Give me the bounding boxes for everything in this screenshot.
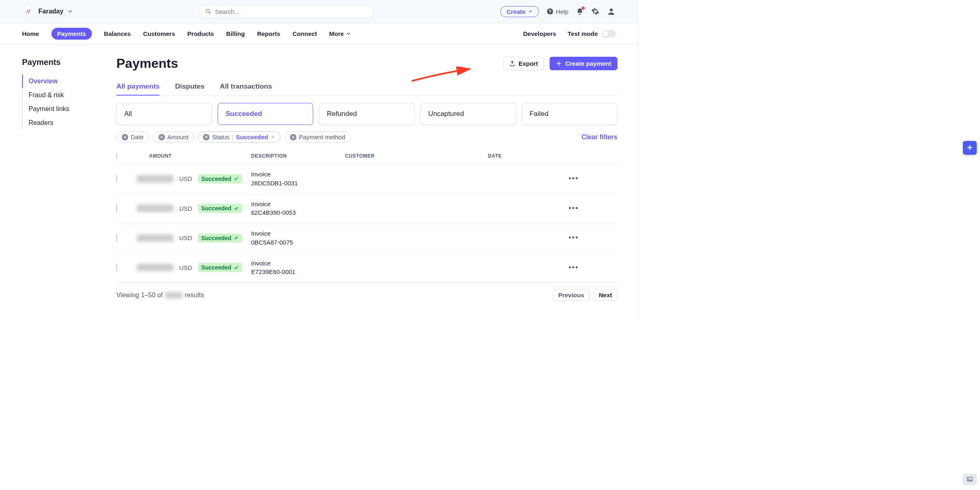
status-badge: Succeeded [198,174,242,183]
brand-logo-icon [22,5,34,18]
row-checkbox[interactable] [116,264,117,272]
filter-card-succeeded[interactable]: Succeeded [218,103,313,125]
nav-item-balances[interactable]: Balances [104,28,131,40]
floating-terminal-button[interactable] [963,474,977,485]
svg-line-1 [209,12,210,13]
filter-status-label: Status [212,134,229,140]
create-payment-button[interactable]: Create payment [550,57,617,70]
row-checkbox[interactable] [116,205,117,212]
row-checkbox[interactable] [116,175,117,183]
description: Invoice28DC5DB1-0031 [251,170,345,188]
nav-item-more[interactable]: More [329,28,351,40]
previous-button[interactable]: Previous [553,289,589,301]
create-payment-label: Create payment [565,60,611,67]
filter-cards: AllSucceededRefundedUncapturedFailed [116,103,617,125]
results-prefix: Viewing 1–50 of [116,292,163,299]
plus-circle-icon [122,134,128,140]
page-title: Payments [116,56,178,71]
test-mode-label: Test mode [568,28,598,40]
plus-circle-icon [158,134,165,140]
search-input-wrap[interactable] [199,4,374,18]
help-label: Help [556,8,568,15]
results-total-redacted [165,292,183,298]
floating-add-button[interactable]: + [963,141,977,155]
help-icon: ? [546,8,554,15]
table-row[interactable]: USDSucceeded InvoiceE7239E60-0001••• [116,253,617,283]
check-icon [234,235,239,241]
amount-redacted [137,205,174,212]
nav-item-connect[interactable]: Connect [292,28,317,40]
select-all-checkbox[interactable] [116,153,117,159]
nav-item-billing[interactable]: Billing [226,28,245,40]
nav-item-products[interactable]: Products [187,28,214,40]
notifications-button[interactable] [576,7,584,16]
sidebar-item-overview[interactable]: Overview [22,74,96,88]
row-menu[interactable]: ••• [561,204,586,213]
amount-redacted [137,175,174,183]
svg-point-4 [610,9,612,11]
export-icon [509,60,515,67]
filter-card-uncaptured[interactable]: Uncaptured [421,103,516,125]
sidebar-item-payment-links[interactable]: Payment links [23,102,96,116]
notification-dot [581,7,585,10]
tab-all-payments[interactable]: All payments [116,78,160,96]
settings-button[interactable] [591,7,599,16]
col-date: DATE [488,153,561,159]
amount-redacted [137,264,174,271]
description: Invoice62C4B390-0053 [251,200,345,218]
create-button[interactable]: Create [500,6,539,17]
tab-disputes[interactable]: Disputes [175,78,205,95]
sidebar-item-fraud-risk[interactable]: Fraud & risk [23,88,96,102]
row-menu[interactable]: ••• [561,174,586,183]
tab-all-transactions[interactable]: All transactions [220,78,272,95]
filter-date[interactable]: Date [116,131,149,143]
table-row[interactable]: USDSucceeded Invoice28DC5DB1-0031••• [116,164,617,194]
person-icon [607,7,616,16]
chevron-down-icon [271,135,275,139]
profile-button[interactable] [607,7,616,16]
filter-card-refunded[interactable]: Refunded [319,103,414,125]
create-button-label: Create [506,8,526,15]
sidebar-item-readers[interactable]: Readers [23,116,96,130]
currency: USD [179,175,192,182]
search-input[interactable] [215,8,368,15]
svg-rect-5 [967,477,972,481]
nav-items: HomePaymentsBalancesCustomersProductsBil… [22,28,351,40]
plus-circle-icon [290,134,296,140]
row-checkbox[interactable] [116,234,117,242]
export-button[interactable]: Export [503,57,544,70]
account-switcher[interactable]: Faraday [22,5,73,18]
filter-status[interactable]: Status | Succeeded [198,131,281,143]
status-badge: Succeeded [198,263,242,272]
clear-filters[interactable]: Clear filters [581,134,617,141]
col-amount: AMOUNT [137,153,251,159]
row-menu[interactable]: ••• [561,263,586,272]
gear-icon [591,7,599,16]
nav-developers[interactable]: Developers [523,28,556,40]
filter-amount[interactable]: Amount [153,131,194,143]
test-mode-toggle[interactable] [602,30,616,38]
content-tabs: All paymentsDisputesAll transactions [116,78,617,96]
check-icon [234,176,239,181]
sidebar: Payments OverviewFraud & riskPayment lin… [0,45,96,301]
payments-table: AMOUNT DESCRIPTION CUSTOMER DATE USDSucc… [116,148,617,283]
table-header: AMOUNT DESCRIPTION CUSTOMER DATE [116,148,617,164]
row-menu[interactable]: ••• [561,234,586,242]
table-row[interactable]: USDSucceeded Invoice0BC5A87-0075••• [116,223,617,253]
filter-payment-method-label: Payment method [299,134,345,140]
help-link[interactable]: ? Help [546,8,568,15]
table-row[interactable]: USDSucceeded Invoice62C4B390-0053••• [116,194,617,224]
search-icon [205,8,212,15]
nav-item-customers[interactable]: Customers [143,28,175,40]
filter-row: Date Amount Status | Succeeded Payment m… [116,131,617,143]
nav-item-payments[interactable]: Payments [51,28,92,40]
nav-item-home[interactable]: Home [22,28,39,40]
filter-card-all[interactable]: All [116,103,212,125]
terminal-icon [966,476,973,483]
nav-item-reports[interactable]: Reports [257,28,281,40]
chevron-down-icon [67,9,73,14]
next-button[interactable]: Next [593,289,617,301]
filter-payment-method[interactable]: Payment method [285,131,350,143]
filter-card-failed[interactable]: Failed [522,103,617,125]
main-content: Payments Export Create payment All payme… [96,45,638,301]
